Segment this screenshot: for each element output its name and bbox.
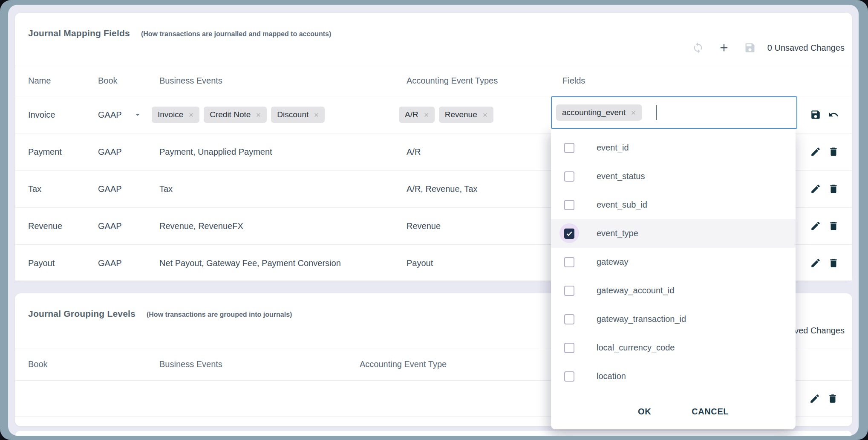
option-label: gateway_account_id [597,286,674,295]
col-header-business-events: Business Events [147,359,347,369]
edit-row-icon[interactable] [810,220,821,232]
dropdown-option-gateway_account_id[interactable]: gateway_account_id [551,276,796,305]
dropdown-footer: OK CANCEL [638,407,729,417]
checkbox[interactable] [564,143,574,153]
chip[interactable]: accounting_event [556,104,642,121]
save-all-icon[interactable] [744,42,756,54]
fields-dropdown: event_idevent_statusevent_sub_idevent_ty… [551,129,796,429]
text-cursor [656,105,657,120]
dropdown-option-gateway_transaction_id[interactable]: gateway_transaction_id [551,305,796,333]
chip-remove-icon[interactable] [630,110,637,116]
edit-row-icon[interactable] [810,183,821,194]
chip-remove-icon[interactable] [482,112,488,118]
col-header-business-events: Business Events [147,76,394,86]
checkbox[interactable] [564,314,574,324]
delete-row-icon[interactable] [827,393,838,404]
dropdown-option-gateway[interactable]: gateway [551,248,796,276]
row-business-events: Tax [147,184,394,194]
section-subtitle: (How transactions are journalled and map… [141,30,331,38]
section-title: Journal Mapping Fields [28,28,130,38]
row-accounting-event-types: A/R, Revenue, Tax [394,184,550,194]
chip[interactable]: Credit Note [204,107,267,123]
checkbox[interactable] [564,257,574,267]
edit-row-icon[interactable] [810,146,821,157]
section-title: Journal Grouping Levels [28,309,136,319]
col-header-accounting-event-types: Accounting Event Types [394,76,550,86]
col-header-fields: Fields [550,76,803,86]
journal-mapping-header: Journal Mapping Fields (How transactions… [28,28,331,38]
row-book: GAAP [85,184,147,194]
chip[interactable]: Invoice [152,107,199,123]
chip-remove-icon[interactable] [313,112,320,118]
mapping-table-header: Name Book Business Events Accounting Eve… [15,65,852,96]
option-label: location [597,371,626,381]
dropdown-option-event_type[interactable]: event_type [551,219,796,248]
col-header-book: Book [15,359,147,369]
checkbox[interactable] [564,200,574,210]
chip[interactable]: Discount [271,107,325,123]
option-label: event_status [597,171,645,181]
window-frame: Journal Mapping Fields (How transactions… [0,0,868,440]
dropdown-option-local_currency_code[interactable]: local_currency_code [551,333,796,362]
dropdown-option-event_sub_id[interactable]: event_sub_id [551,191,796,219]
checkbox[interactable] [564,171,574,182]
chip-remove-icon[interactable] [188,112,194,118]
row-actions [802,393,852,404]
mapping-toolbar: 0 Unsaved Changes [692,42,845,54]
row-accounting-event-types: Revenue [394,221,550,231]
add-row-icon[interactable] [718,42,730,54]
option-label: event_sub_id [597,200,647,210]
fields-tag-input[interactable]: accounting_event [551,96,797,129]
chip-remove-icon[interactable] [255,112,262,118]
journal-grouping-header: Journal Grouping Levels (How transaction… [28,309,292,319]
row-name: Payout [15,258,85,268]
cancel-button[interactable]: CANCEL [692,407,729,417]
row-name: Payment [15,147,85,157]
option-label: local_currency_code [597,343,675,353]
ok-button[interactable]: OK [638,407,651,417]
row-business-events: Payment, Unapplied Payment [147,147,394,157]
edit-row-icon[interactable] [810,258,821,269]
row-accounting-event-types: Payout [394,258,550,268]
delete-row-icon[interactable] [828,258,839,269]
row-actions [803,146,852,157]
delete-row-icon[interactable] [828,220,839,232]
book-value: GAAP [98,110,122,120]
option-label: event_type [597,229,638,238]
col-header-name: Name [15,76,85,86]
option-label: gateway [597,257,629,267]
row-actions [803,183,852,194]
row-business-events: Net Payout, Gateway Fee, Payment Convers… [147,258,394,268]
row-actions [803,109,852,120]
next-card-edge [15,431,852,436]
refresh-icon[interactable] [692,42,704,54]
section-subtitle: (How transactions are grouped into journ… [147,311,292,318]
row-name: Invoice [15,110,85,120]
chip-remove-icon[interactable] [423,112,430,118]
undo-row-icon[interactable] [828,109,839,120]
row-accounting-event-types: A/R [394,147,550,157]
checkbox-checked-icon[interactable] [564,229,574,239]
checkbox[interactable] [564,286,574,296]
row-name: Revenue [15,221,85,231]
row-actions [803,258,852,269]
row-actions [803,220,852,232]
book-select[interactable]: GAAP [85,110,147,120]
row-book: GAAP [85,147,147,157]
dropdown-option-event_id[interactable]: event_id [551,133,796,162]
edit-row-icon[interactable] [809,393,820,404]
delete-row-icon[interactable] [828,183,839,194]
row-business-events: Revenue, RevenueFX [147,221,394,231]
checkbox[interactable] [564,371,574,382]
dropdown-option-event_status[interactable]: event_status [551,162,796,191]
col-header-book: Book [85,76,147,86]
option-label: gateway_transaction_id [597,314,686,324]
option-label: event_id [597,143,629,153]
checkbox[interactable] [564,343,574,353]
business-events-chips: Invoice Credit Note Discount [147,107,394,123]
chip[interactable]: A/R [399,107,435,123]
chip[interactable]: Revenue [439,107,493,123]
save-row-icon[interactable] [810,109,821,120]
delete-row-icon[interactable] [828,146,839,157]
dropdown-option-location[interactable]: location [551,362,796,391]
